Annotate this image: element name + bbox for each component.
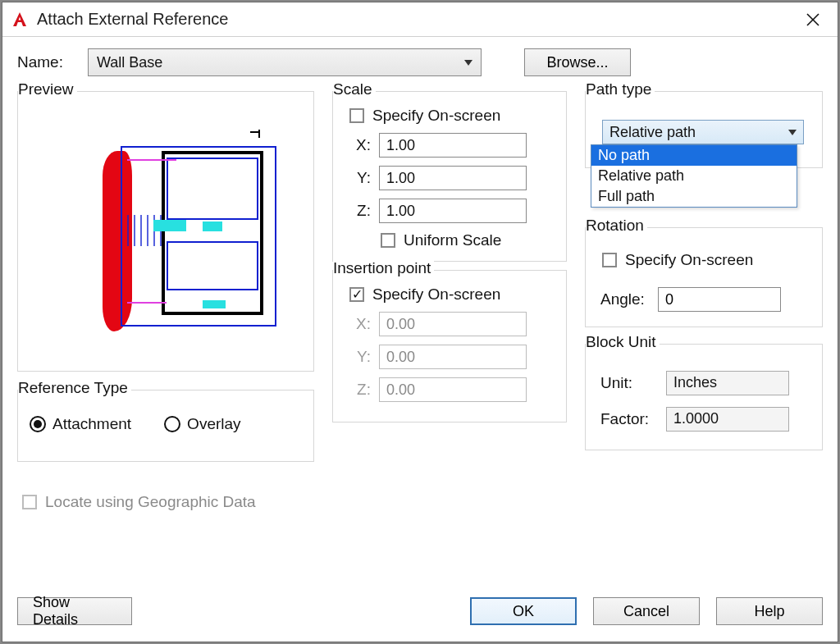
reference-type-title: Reference Type <box>18 379 131 397</box>
dialog-window: Attach External Reference Name: Wall Bas… <box>2 2 838 642</box>
factor-field: 1.0000 <box>666 407 789 432</box>
path-type-title: Path type <box>586 80 655 98</box>
path-type-option-no-path[interactable]: No path <box>591 145 797 166</box>
path-type-selected: Relative path <box>609 124 696 141</box>
radio-icon <box>30 416 46 432</box>
help-label: Help <box>754 603 784 620</box>
preview-title: Preview <box>18 80 77 98</box>
path-type-option-relative[interactable]: Relative path <box>591 166 797 186</box>
angle-label: Angle: <box>600 290 645 308</box>
name-row: Name: Wall Base Browse... <box>17 48 823 76</box>
app-icon <box>11 11 29 29</box>
scale-z-label: Z: <box>345 202 371 220</box>
help-button[interactable]: Help <box>716 597 823 625</box>
dialog-content: Name: Wall Base Browse... Preview <box>2 37 838 592</box>
factor-label: Factor: <box>600 410 650 428</box>
show-details-button[interactable]: Show Details <box>17 597 132 625</box>
cancel-label: Cancel <box>623 603 669 620</box>
locate-geo-checkbox <box>22 495 37 509</box>
path-type-dropdown[interactable]: Relative path <box>602 120 804 144</box>
block-unit-group: Block Unit Unit: Inches Factor: 1.0000 <box>585 344 823 450</box>
window-title: Attach External Reference <box>37 10 797 29</box>
insertion-x-input <box>379 312 527 336</box>
show-details-label: Show Details <box>33 594 116 628</box>
scale-z-input[interactable] <box>379 199 527 223</box>
insertion-z-input <box>379 377 527 402</box>
uniform-scale-checkbox[interactable] <box>381 233 395 248</box>
rotation-title: Rotation <box>586 217 647 235</box>
attachment-radio[interactable]: Attachment <box>30 415 131 433</box>
titlebar: Attach External Reference <box>2 2 838 37</box>
insertion-specify-label: Specify On-screen <box>372 285 500 304</box>
scale-group: Scale Specify On-screen X: Y: Z: <box>332 91 567 262</box>
footer: Show Details OK Cancel Help <box>2 592 838 642</box>
scale-specify-checkbox[interactable] <box>349 108 364 123</box>
preview-canvas <box>39 118 293 348</box>
rotation-specify-checkbox[interactable] <box>602 253 617 267</box>
insertion-group: Insertion point Specify On-screen X: Y: <box>332 270 567 422</box>
insertion-z-label: Z: <box>345 381 371 399</box>
cancel-button[interactable]: Cancel <box>593 597 700 625</box>
browse-button[interactable]: Browse... <box>524 48 631 76</box>
path-type-option-full[interactable]: Full path <box>591 186 797 207</box>
locate-geo-label: Locate using Geographic Data <box>45 493 256 511</box>
scale-y-label: Y: <box>345 169 371 187</box>
reference-type-group: Reference Type Attachment Overlay <box>17 390 314 462</box>
rotation-group: Rotation Specify On-screen Angle: <box>585 227 823 327</box>
rotation-specify-label: Specify On-screen <box>625 251 753 269</box>
unit-field: Inches <box>666 371 789 395</box>
insertion-y-label: Y: <box>345 348 371 366</box>
name-dropdown-value: Wall Base <box>97 54 162 71</box>
attachment-radio-label: Attachment <box>52 415 131 433</box>
name-dropdown[interactable]: Wall Base <box>88 48 482 76</box>
close-button[interactable] <box>797 3 829 36</box>
scale-x-input[interactable] <box>379 133 527 158</box>
radio-icon <box>164 416 180 432</box>
path-type-dropdown-list[interactable]: No path Relative path Full path <box>591 144 797 208</box>
overlay-radio[interactable]: Overlay <box>164 415 240 433</box>
scale-y-input[interactable] <box>379 166 527 190</box>
ok-button[interactable]: OK <box>470 597 577 625</box>
scale-specify-label: Specify On-screen <box>372 107 500 125</box>
block-unit-title: Block Unit <box>586 333 660 351</box>
scale-x-label: X: <box>345 136 371 154</box>
scale-title: Scale <box>333 80 376 98</box>
angle-input[interactable] <box>658 287 781 312</box>
name-label: Name: <box>17 53 75 71</box>
unit-label: Unit: <box>600 374 650 392</box>
close-icon <box>806 13 819 26</box>
insertion-title: Insertion point <box>333 259 434 277</box>
insertion-specify-checkbox[interactable] <box>349 287 364 302</box>
insertion-y-input <box>379 345 527 369</box>
overlay-radio-label: Overlay <box>187 415 240 433</box>
ok-label: OK <box>513 603 534 620</box>
uniform-scale-label: Uniform Scale <box>404 231 501 249</box>
insertion-x-label: X: <box>345 315 371 333</box>
preview-group: Preview <box>17 91 314 372</box>
browse-button-label: Browse... <box>546 54 608 71</box>
locate-geo-row: Locate using Geographic Data <box>22 493 314 511</box>
path-type-group: Path type Relative path No path Relative… <box>585 91 823 168</box>
